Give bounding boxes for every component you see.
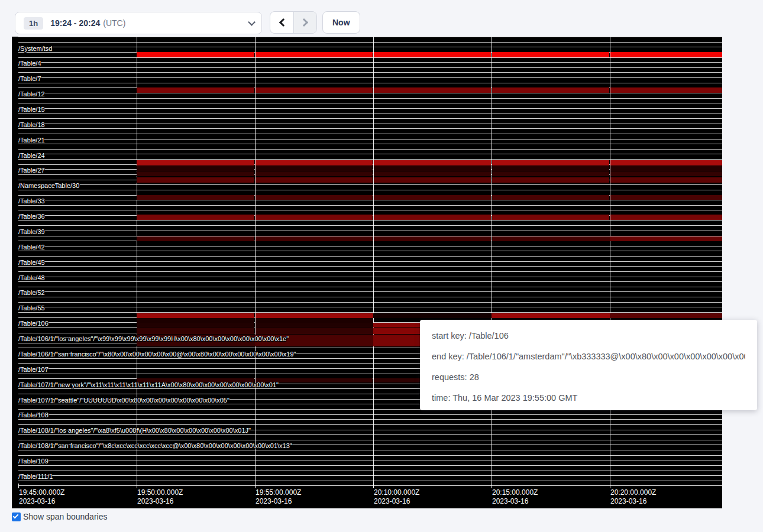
heat-band[interactable] (610, 87, 722, 93)
time-window-zone: (UTC) (103, 18, 125, 28)
heat-band[interactable] (137, 327, 254, 334)
heat-band[interactable] (256, 236, 373, 241)
axis-label: 19:45:00.000Z2023-03-16 (19, 488, 64, 506)
key-visualizer-canvas[interactable]: /System/tsd/Table/4/Table/7/Table/12/Tab… (12, 37, 722, 508)
span-key-label: /Table/12 (18, 90, 45, 98)
footer: Show span boundaries (12, 512, 107, 521)
span-key-label: /NamespaceTable/30 (18, 182, 79, 189)
heat-band[interactable] (610, 215, 722, 220)
heat-band[interactable] (492, 313, 610, 318)
heat-band[interactable] (373, 327, 421, 334)
span-key-label: /Table/107/1/"new york"/"\x11\x11\x11\x1… (18, 381, 279, 388)
time-gridline (137, 37, 137, 488)
tooltip-start-key: start key: /Table/106 (432, 331, 745, 340)
span-key-label: /Table/45 (18, 259, 45, 266)
heat-band[interactable] (610, 52, 722, 57)
heat-band[interactable] (137, 166, 254, 171)
heat-band[interactable] (256, 160, 373, 166)
heat-band[interactable] (374, 236, 491, 241)
time-gridline (373, 37, 374, 488)
span-key-label: /Table/55 (18, 304, 45, 312)
time-range-select[interactable]: 1h 19:24 - 20:24 (UTC) (15, 12, 262, 34)
heat-band[interactable] (137, 318, 254, 323)
axis-tick (255, 484, 256, 488)
heat-band[interactable] (610, 313, 722, 318)
heat-band[interactable] (374, 160, 491, 166)
heat-band[interactable] (492, 195, 609, 200)
heat-band[interactable] (373, 313, 492, 318)
heat-band[interactable] (373, 335, 421, 346)
heat-band[interactable] (256, 327, 373, 334)
heat-band[interactable] (137, 160, 254, 166)
heat-band[interactable] (137, 87, 254, 93)
heat-band[interactable] (256, 52, 373, 57)
show-span-boundaries-label: Show span boundaries (23, 512, 107, 521)
span-key-label: /Table/52 (18, 289, 45, 296)
heat-band[interactable] (610, 195, 722, 200)
heat-band[interactable] (374, 166, 491, 171)
heat-band[interactable] (374, 378, 421, 382)
heat-band[interactable] (256, 171, 373, 176)
axis-tick (373, 484, 374, 488)
heat-band[interactable] (256, 215, 373, 220)
show-span-boundaries-checkbox[interactable] (12, 512, 21, 521)
time-window-range: 19:24 - 20:24 (50, 18, 100, 28)
chevron-left-icon (279, 18, 287, 27)
prev-time-button[interactable] (270, 12, 293, 33)
axis-label: 20:15:00.000Z2023-03-16 (492, 488, 538, 506)
span-key-label: /Table/108/1/"los angeles"/"\xa8\xf5\u00… (18, 427, 251, 434)
heat-band[interactable] (374, 52, 491, 57)
axis-tick (18, 484, 19, 488)
span-key-label: /Table/39 (18, 228, 45, 235)
heat-band[interactable] (256, 195, 373, 200)
heat-band[interactable] (256, 166, 373, 171)
heat-band[interactable] (610, 171, 722, 176)
span-key-label: /Table/111/1 (18, 473, 53, 480)
heat-band[interactable] (492, 171, 609, 176)
heat-band[interactable] (492, 52, 609, 57)
heat-band[interactable] (137, 323, 254, 327)
heat-band[interactable] (374, 177, 491, 183)
heat-band[interactable] (610, 160, 722, 166)
heat-band[interactable] (137, 236, 254, 241)
heat-band[interactable] (374, 195, 491, 200)
heat-band[interactable] (137, 52, 254, 57)
heat-band[interactable] (492, 177, 609, 183)
axis-tick (610, 484, 610, 488)
heat-band[interactable] (137, 195, 254, 200)
heat-band[interactable] (137, 171, 254, 176)
heat-band[interactable] (256, 318, 373, 323)
heat-band[interactable] (137, 215, 254, 220)
heat-band[interactable] (137, 177, 254, 183)
heat-band[interactable] (492, 160, 609, 166)
tooltip-end-key: end key: /Table/106/1/"amsterdam"/"\xb33… (432, 352, 745, 361)
time-gridline (492, 37, 492, 488)
span-key-label: /Table/106/1/"san francisco"/"\x80\x00\x… (18, 351, 296, 358)
time-nav-group (270, 11, 317, 34)
heat-band[interactable] (610, 236, 722, 241)
heat-band[interactable] (137, 313, 254, 318)
span-key-label: /System/tsd (18, 45, 52, 52)
heat-band[interactable] (492, 215, 609, 220)
heat-band[interactable] (492, 236, 610, 241)
heat-band[interactable] (373, 323, 421, 327)
heat-band[interactable] (492, 166, 609, 171)
span-key-label: /Table/107 (18, 366, 49, 373)
span-key-label: /Table/42 (18, 244, 45, 251)
heat-band[interactable] (374, 215, 491, 220)
heat-band[interactable] (610, 177, 722, 183)
span-key-label: /Table/21 (18, 137, 45, 144)
heat-band[interactable] (374, 87, 491, 93)
time-gridline (610, 37, 610, 488)
heat-band[interactable] (256, 313, 373, 318)
now-button[interactable]: Now (322, 11, 360, 34)
heat-band[interactable] (492, 87, 609, 93)
heat-band[interactable] (256, 177, 373, 183)
heat-band[interactable] (374, 171, 491, 176)
heat-band[interactable] (256, 87, 373, 93)
heat-band[interactable] (256, 323, 373, 327)
time-window-badge: 1h (24, 17, 43, 30)
span-key-label: /Table/4 (18, 60, 41, 67)
heat-band[interactable] (610, 166, 722, 171)
next-time-button[interactable] (293, 12, 316, 33)
